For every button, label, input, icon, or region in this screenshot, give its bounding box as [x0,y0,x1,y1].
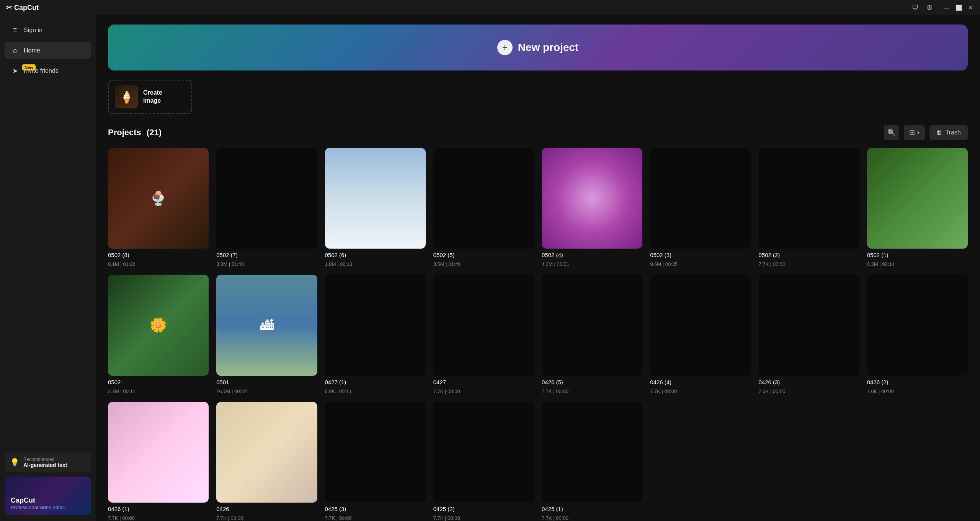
project-name: 0502 (3) [650,252,751,258]
project-card[interactable]: 🌼 0502 2.7M | 00:11 [108,275,209,394]
project-meta: 7.7K | 00:00 [433,515,534,521]
grid-icon: ⊞ [909,128,915,137]
recommended-label: Recommended [23,457,67,462]
maximize-button[interactable]: ⬜ [956,5,962,11]
project-card[interactable]: 0426 (1) 7.7K | 00:00 [108,402,209,521]
sidebar-bottom: 💡 Recommended AI-generated text CapCut P… [5,453,91,515]
minimize-button[interactable]: — [943,5,949,11]
project-name: 0426 (2) [867,379,968,385]
project-thumb [650,275,751,375]
project-meta: 7.7K | 00:00 [108,515,209,521]
projects-header: Projects (21) 🔍 ⊞ ▾ 🗑 Trash [108,125,968,140]
project-card[interactable]: 0502 (7) 3.8M | 01:48 [216,148,317,267]
project-card[interactable]: 0427 7.7K | 00:00 [433,275,534,394]
recommended-text: Recommended AI-generated text [23,457,67,468]
app-name: CapCut [14,4,39,12]
project-card[interactable]: 0425 (2) 7.7K | 00:00 [433,402,534,521]
project-card[interactable]: 0502 (4) 4.3M | 00:21 [542,148,642,267]
sidebar-item-invite[interactable]: ➤ Invite friends New [5,62,91,80]
sidebar-item-home[interactable]: ⌂ Home [5,42,91,59]
trash-icon: 🗑 [936,129,942,136]
project-thumb: 🏙 [216,275,317,375]
trash-button[interactable]: 🗑 Trash [929,125,968,140]
project-name: 0427 (1) [325,379,426,385]
create-cards: 🍦 Create image [108,80,968,114]
new-project-banner[interactable]: + New project [108,25,968,70]
project-card[interactable]: 0425 (3) 7.7K | 00:00 [325,402,426,521]
project-meta: 7.7K | 00:00 [542,388,642,394]
project-name: 0501 [216,379,317,385]
project-thumb [759,275,859,375]
project-thumb [759,148,859,249]
create-image-thumb: 🍦 [115,85,138,108]
signin-label: Sign in [24,27,42,34]
project-name: 0426 (1) [108,506,209,512]
project-thumb [325,402,426,503]
title-bar-right: 🗨 ⚙ — ⬜ ✕ [912,3,974,12]
project-thumb [433,402,534,503]
project-name: 0502 (5) [433,252,534,258]
project-meta: 7.7K | 00:00 [759,261,859,267]
view-toggle-button[interactable]: ⊞ ▾ [904,125,925,140]
project-card[interactable]: 0426 (3) 7.6K | 00:00 [759,275,859,394]
main-layout: ≡ Sign in ⌂ Home ➤ Invite friends New 💡 … [0,15,980,521]
recommended-icon: 💡 [10,458,20,467]
project-card[interactable]: 0502 (1) 6.3M | 00:14 [867,148,968,267]
project-meta: 7.7K | 00:00 [650,388,751,394]
project-card[interactable]: 0502 (3) 9.6M | 00:35 [650,148,751,267]
project-name: 0502 (4) [542,252,642,258]
project-meta: 7.7K | 00:00 [216,515,317,521]
project-thumb: 🍨 [108,148,209,249]
project-card[interactable]: 0502 (5) 3.5M | 01:46 [433,148,534,267]
project-thumb [325,148,426,249]
project-meta: 7.7K | 00:00 [433,388,534,394]
close-button[interactable]: ✕ [968,5,974,11]
feedback-icon[interactable]: 🗨 [912,4,919,12]
project-thumb [433,275,534,375]
project-meta: 7.6K | 00:00 [759,388,859,394]
project-thumb [867,275,968,375]
project-meta: 3.8M | 01:48 [216,261,317,267]
project-name: 0502 (6) [325,252,426,258]
recommended-card[interactable]: 💡 Recommended AI-generated text [5,453,91,472]
project-meta: 26.7M | 00:22 [216,388,317,394]
project-card[interactable]: 🏙 0501 26.7M | 00:22 [216,275,317,394]
new-badge: New [22,64,36,70]
window-controls: — ⬜ ✕ [943,5,974,11]
project-thumb [108,402,209,503]
settings-icon[interactable]: ⚙ [926,3,933,12]
project-card[interactable]: 0425 (1) 7.7K | 00:00 [542,402,642,521]
capcut-promo[interactable]: CapCut Professional video editor [5,477,91,515]
recommended-title: AI-generated text [23,462,67,468]
project-card[interactable]: 0427 (1) 6.0K | 00:11 [325,275,426,394]
project-card[interactable]: 0426 7.7K | 00:00 [216,402,317,521]
project-card[interactable]: 0426 (4) 7.7K | 00:00 [650,275,751,394]
project-name: 0426 (3) [759,379,859,385]
project-meta: 7.7K | 00:00 [325,515,426,521]
home-label: Home [24,47,40,54]
logo-icon: ✂ [6,3,12,12]
project-meta: 3.5M | 01:46 [433,261,534,267]
search-button[interactable]: 🔍 [884,125,899,140]
project-card[interactable]: 0502 (2) 7.7K | 00:00 [759,148,859,267]
projects-title: Projects (21) [108,128,162,137]
project-card[interactable]: 0426 (2) 7.6K | 00:00 [867,275,968,394]
project-name: 0502 (8) [108,252,209,258]
create-image-card[interactable]: 🍦 Create image [108,80,192,114]
project-card[interactable]: 🍨 0502 (8) 8.1M | 01:26 [108,148,209,267]
project-card[interactable]: 0502 (6) 1.8M | 00:13 [325,148,426,267]
capcut-promo-sub: Professional video editor [11,505,65,510]
capcut-sub-link: video editor [39,505,65,510]
new-project-plus-icon: + [497,40,513,55]
content-area: + New project 🍦 Create image Projects (2… [96,15,980,521]
home-icon: ⌂ [11,46,19,54]
title-bar: ✂ CapCut 🗨 ⚙ — ⬜ ✕ [0,0,980,15]
project-thumb [867,148,968,249]
chevron-down-icon: ▾ [917,130,920,135]
project-thumb [542,275,642,375]
project-name: 0426 (4) [650,379,751,385]
project-card[interactable]: 0426 (5) 7.7K | 00:00 [542,275,642,394]
sidebar-item-signin[interactable]: ≡ Sign in [5,21,91,39]
project-thumb [650,148,751,249]
project-meta: 7.7K | 00:00 [542,515,642,521]
